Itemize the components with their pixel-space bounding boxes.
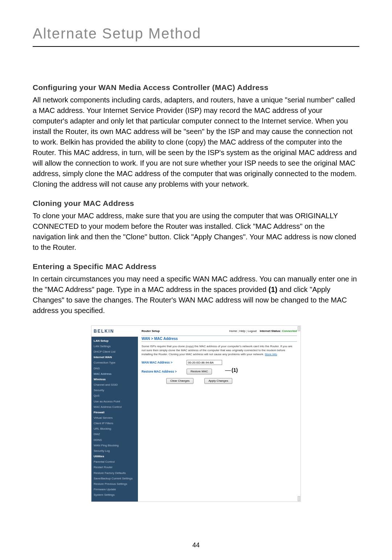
internet-status-label: Internet Status: — [260, 329, 281, 333]
sidebar-item[interactable]: DHCP Client List — [91, 349, 138, 354]
wan-mac-label: WAN MAC Address > — [142, 361, 181, 364]
sidebar-item[interactable]: Client IP Filters — [91, 421, 138, 426]
breadcrumb: WAN > MAC Address — [142, 336, 297, 342]
link-help[interactable]: Help — [239, 329, 245, 333]
sidebar-item[interactable]: QoS — [91, 393, 138, 398]
sidebar-item[interactable]: Save/Backup Current Settings — [91, 476, 138, 481]
router-main: Router Setup Home | Help | Logout Intern… — [138, 326, 301, 502]
body-cloning-mac: To clone your MAC address, make sure tha… — [33, 211, 359, 253]
clear-changes-button[interactable]: Clear Changes — [166, 378, 193, 384]
sidebar-item[interactable]: DNS — [91, 366, 138, 371]
wan-mac-input[interactable] — [187, 360, 222, 365]
sidebar-group-head: Internet WAN — [91, 354, 138, 360]
sidebar-item[interactable]: Security — [91, 387, 138, 393]
sidebar-item[interactable]: Firmware Update — [91, 487, 138, 492]
sidebar-item[interactable]: Security Log — [91, 448, 138, 454]
section-2: Cloning your MAC Address To clone your M… — [33, 199, 359, 253]
link-home[interactable]: Home — [229, 329, 237, 333]
more-info-link[interactable]: More Info — [265, 353, 277, 356]
internet-status-value: Connected — [282, 329, 297, 333]
sidebar-item[interactable]: Restart Router — [91, 464, 138, 470]
page-title: Alternate Setup Method — [33, 25, 359, 47]
sidebar-group-head: Wireless — [91, 377, 138, 382]
router-admin-screenshot: BELKIN LAN SetupLAN SettingsDHCP Client … — [91, 325, 301, 502]
mac-description: Some ISPs require that you clone (copy) … — [142, 345, 297, 356]
sidebar-item[interactable]: DMZ — [91, 431, 138, 437]
sidebar-group-head: Firewall — [91, 410, 138, 415]
sidebar-item[interactable]: DDNS — [91, 437, 138, 443]
sidebar-item[interactable]: Use as Access Point — [91, 399, 138, 404]
section-3: Entering a Specific MAC Address In certa… — [33, 262, 359, 316]
sidebar-group-head: Utilities — [91, 454, 138, 459]
sidebar-item[interactable]: Virtual Servers — [91, 415, 138, 421]
body-entering-mac: In certain circumstances you may need a … — [33, 274, 359, 316]
sidebar-item[interactable]: Connection Type — [91, 360, 138, 365]
sidebar-item[interactable]: Restore Previous Settings — [91, 481, 138, 487]
apply-changes-button[interactable]: Apply Changes — [204, 378, 232, 384]
sidebar-item[interactable]: WAN Ping Blocking — [91, 443, 138, 448]
sidebar-item[interactable]: Channel and SSID — [91, 382, 138, 387]
heading-entering-mac: Entering a Specific MAC Address — [33, 262, 359, 271]
scrollbar-up[interactable] — [298, 326, 300, 331]
restore-mac-button[interactable]: Restore MAC — [187, 369, 212, 374]
sidebar-item[interactable]: URL Blocking — [91, 426, 138, 431]
router-sidebar: BELKIN LAN SetupLAN SettingsDHCP Client … — [91, 326, 138, 502]
sidebar-item[interactable]: MAC Address Control — [91, 404, 138, 410]
link-logout[interactable]: Logout — [248, 329, 256, 333]
scrollbar-down[interactable] — [298, 496, 300, 501]
sidebar-item[interactable]: MAC Address — [91, 371, 138, 377]
sidebar-item[interactable]: Restore Factory Defaults — [91, 470, 138, 476]
restore-mac-label: Restore MAC Address > — [142, 370, 181, 373]
callout-1: (1) — [225, 367, 238, 373]
section-1: Configuring your WAN Media Access Contro… — [33, 83, 359, 190]
sidebar-group-head: LAN Setup — [91, 338, 138, 344]
sidebar-item[interactable]: LAN Settings — [91, 344, 138, 349]
body-configuring-wan-mac: All network components including cards, … — [33, 95, 359, 190]
wan-mac-row: WAN MAC Address > — [142, 360, 297, 365]
sidebar-item[interactable]: System Settings — [91, 492, 138, 498]
heading-configuring-wan-mac: Configuring your WAN Media Access Contro… — [33, 83, 359, 92]
page-number: 44 — [0, 541, 392, 549]
router-setup-label: Router Setup — [142, 329, 160, 333]
brand-logo: BELKIN — [91, 326, 138, 337]
sidebar-item[interactable]: Parental Control — [91, 459, 138, 464]
heading-cloning-mac: Cloning your MAC Address — [33, 199, 359, 208]
restore-mac-row: Restore MAC Address > Restore MAC (1) — [142, 369, 297, 374]
